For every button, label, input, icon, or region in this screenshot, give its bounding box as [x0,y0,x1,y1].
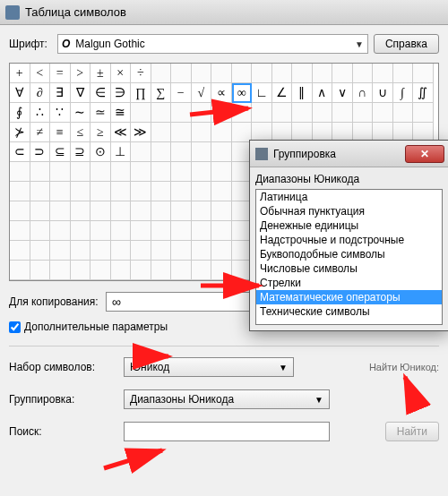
list-item[interactable]: Числовые символы [256,261,442,276]
grid-cell [192,241,212,261]
font-name: Malgun Gothic [75,38,144,50]
grid-cell [171,241,192,261]
window-titlebar: Таблица символов [0,0,448,25]
list-item[interactable]: Латиница [256,190,442,204]
popup-titlebar[interactable]: Группировка ✕ [250,141,448,167]
grid-cell[interactable]: ∪ [373,83,393,103]
copy-input[interactable] [106,292,258,312]
grid-cell[interactable]: ∫ [393,83,414,103]
grid-cell[interactable]: ∃ [50,83,71,103]
grid-cell[interactable]: − [171,83,192,103]
grid-cell [111,201,132,221]
grid-cell [131,221,151,241]
group-select[interactable]: Диапазоны Юникода ▼ [124,389,330,409]
grid-cell [332,64,353,83]
list-item[interactable]: Надстрочные и подстрочные [256,233,442,247]
grid-cell[interactable]: ≫ [131,123,151,142]
grid-cell[interactable]: ⊂ [10,142,30,162]
grid-cell[interactable]: ∟ [252,83,272,103]
group-value: Диапазоны Юникода [130,393,234,406]
grid-cell [151,64,172,83]
grid-cell[interactable]: + [10,64,30,83]
grid-cell[interactable]: ∬ [413,83,434,103]
grid-cell[interactable]: ≪ [111,123,132,142]
grid-cell[interactable]: ⊇ [71,142,91,162]
list-item[interactable]: Стрелки [256,276,442,290]
grid-cell [50,162,71,182]
grid-cell[interactable]: ∀ [10,83,30,103]
grid-cell[interactable]: ⊃ [30,142,51,162]
charset-select[interactable]: Юникод ▼ [124,357,294,377]
grid-cell [192,261,212,280]
grid-cell [10,261,30,280]
grid-cell [211,162,232,182]
grid-cell[interactable]: ≥ [90,123,111,142]
grid-cell[interactable]: ± [90,64,111,83]
grid-cell[interactable]: ∂ [30,83,51,103]
grid-cell[interactable]: ∼ [71,103,91,123]
grid-cell[interactable]: ∵ [50,103,71,123]
list-item[interactable]: Обычная пунктуация [256,204,442,218]
grid-cell[interactable]: ‖ [292,83,313,103]
close-button[interactable]: ✕ [405,145,444,163]
grid-cell [151,103,172,123]
grid-cell[interactable]: ∋ [111,83,132,103]
grid-cell [211,123,232,142]
grid-cell [10,221,30,241]
grid-cell[interactable]: = [50,64,71,83]
grid-cell[interactable]: ∨ [332,83,353,103]
grid-cell [50,221,71,241]
grid-cell[interactable]: ∧ [313,83,333,103]
grid-cell[interactable]: ∈ [90,83,111,103]
advanced-checkbox[interactable] [9,321,21,333]
grid-cell[interactable]: ⊆ [50,142,71,162]
grid-cell[interactable]: ∴ [30,103,51,123]
search-input[interactable] [124,422,330,441]
grid-cell[interactable]: ∞ [232,83,253,103]
grid-cell [90,182,111,201]
grid-cell[interactable]: ∇ [71,83,91,103]
grid-cell [373,64,393,83]
grid-cell[interactable]: ≤ [71,123,91,142]
popup-listbox[interactable]: ЛатиницаОбычная пунктуацияДенежные едини… [255,189,443,325]
grid-cell [111,241,132,261]
grid-cell[interactable]: √ [192,83,212,103]
grid-cell [131,201,151,221]
help-button[interactable]: Справка [374,34,439,54]
search-button[interactable]: Найти [385,422,439,441]
grid-cell[interactable]: ≡ [50,123,71,142]
params-section: Набор символов: Юникод ▼ Найти Юникод: Г… [9,357,439,441]
grid-cell [192,201,212,221]
grid-cell [373,103,393,123]
grid-cell [30,261,51,280]
grid-cell[interactable]: ≠ [30,123,51,142]
grid-cell [211,221,232,241]
grid-cell[interactable]: ∠ [272,83,293,103]
grid-cell[interactable]: < [30,64,51,83]
grid-cell[interactable]: ∩ [353,83,374,103]
grid-cell[interactable]: > [71,64,91,83]
chevron-down-icon: ▼ [355,39,364,49]
grid-cell [30,241,51,261]
grid-cell[interactable]: ∮ [10,103,30,123]
list-item[interactable]: Денежные единицы [256,218,442,233]
grid-cell [171,261,192,280]
grid-cell [151,142,172,162]
grid-cell[interactable]: ∑ [151,83,172,103]
grid-cell[interactable]: ÷ [131,64,151,83]
grid-cell[interactable]: ⊥ [111,142,132,162]
grid-cell [71,182,91,201]
grid-cell[interactable]: ⊁ [10,123,30,142]
grid-cell[interactable]: ⊙ [90,142,111,162]
grid-cell[interactable]: ≃ [90,103,111,123]
list-item[interactable]: Буквоподобные символы [256,247,442,261]
grid-cell[interactable]: ∏ [131,83,151,103]
copy-label: Для копирования: [9,295,99,308]
grid-cell[interactable]: ∝ [211,83,232,103]
list-item[interactable]: Математические операторы [256,290,442,304]
grid-cell[interactable]: ≅ [111,103,132,123]
grid-cell [90,221,111,241]
grid-cell[interactable]: × [111,64,132,83]
font-select[interactable]: O Malgun Gothic ▼ [57,34,368,54]
list-item[interactable]: Технические символы [256,304,442,319]
